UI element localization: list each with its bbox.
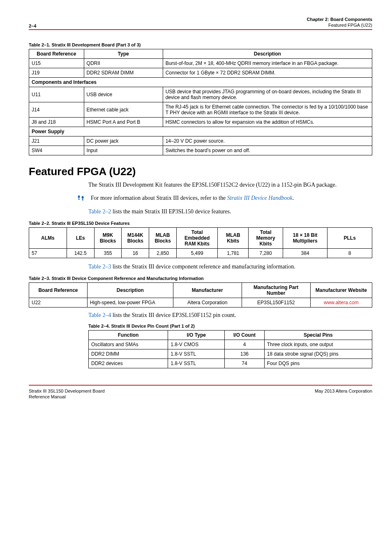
intro-text: lists the Stratix III device EP3SL150F11… xyxy=(111,312,236,318)
cell-desc: The RJ-45 jack is for Ethernet cable con… xyxy=(163,102,372,117)
table-2-4-link[interactable]: Table 2–4 xyxy=(88,312,111,318)
section-label: Components and Interfaces xyxy=(29,77,372,87)
cell-desc: 14–20 V DC power source. xyxy=(163,136,372,146)
col-website: Manufacturer Website xyxy=(310,283,372,298)
table-2-2-caption: Table 2–2. Stratix III EP3SL150 Device F… xyxy=(29,221,372,226)
cell: 384 xyxy=(283,249,327,258)
col-m144k: M144K Blocks xyxy=(122,228,149,249)
cell-sp: Three clock inputs, one output xyxy=(264,340,372,349)
intro-text: lists the main Stratix III EP3SL150 devi… xyxy=(111,208,231,215)
table-row: SW4 Input Switches the board's power on … xyxy=(29,146,372,155)
cell-sp: Four DQS pins xyxy=(264,359,372,368)
cell-io: 1.8-V SSTL xyxy=(168,359,225,368)
table-2-2: ALMs LEs M9K Blocks M144K Blocks MLAB Bl… xyxy=(29,227,372,258)
cell-type: Input xyxy=(84,146,163,155)
cell-type: QDRII xyxy=(84,58,163,68)
page-number: 2–4 xyxy=(29,23,36,28)
table-header-row: ALMs LEs M9K Blocks M144K Blocks MLAB Bl… xyxy=(29,228,372,249)
table-2-1-caption: Table 2–1. Stratix III Development Board… xyxy=(29,42,372,47)
cell-ref: J8 and J18 xyxy=(29,117,84,127)
cell-type: DC power jack xyxy=(84,136,163,146)
cell-cnt: 74 xyxy=(225,359,265,368)
chapter-title: Chapter 2: Board Components xyxy=(307,16,372,22)
cell-fn: DDR2 DIMM xyxy=(89,349,168,359)
cell: 7,280 xyxy=(249,249,283,258)
page-header: 2–4 Chapter 2: Board Components Featured… xyxy=(29,16,372,28)
cell-ref: J19 xyxy=(29,68,84,77)
table-2-3-link[interactable]: Table 2–3 xyxy=(88,264,111,270)
manufacturer-website-link[interactable]: www.altera.com xyxy=(310,298,372,308)
col-les: LEs xyxy=(67,228,94,249)
footsteps-icon xyxy=(77,195,85,202)
table-row: U11 USB device USB device that provides … xyxy=(29,87,372,102)
section-row-power: Power Supply xyxy=(29,127,372,136)
handbook-reference-text: For more information about Stratix III d… xyxy=(91,194,294,202)
cell-desc: USB device that provides JTAG programmin… xyxy=(163,87,372,102)
table-row: U15 QDRII Burst-of-four, 2M × 18, 400-MH… xyxy=(29,58,372,68)
cell-type: HSMC Port A and Port B xyxy=(84,117,163,127)
handbook-link[interactable]: Stratix III Device Handbook xyxy=(227,195,293,201)
cell: 142.5 xyxy=(67,249,94,258)
footer-rule xyxy=(29,385,372,386)
cell-cnt: 4 xyxy=(225,340,265,349)
svg-point-0 xyxy=(78,196,80,199)
table-2-4-caption: Table 2–4. Stratix III Device Pin Count … xyxy=(88,324,372,328)
table-row: J19 DDR2 SDRAM DIMM Connector for 1 GByt… xyxy=(29,68,372,77)
table-row: J14 Ethernet cable jack The RJ-45 jack i… xyxy=(29,102,372,117)
cell-io: 1.8-V CMOS xyxy=(168,340,225,349)
cell-desc: Connector for 1 GByte × 72 DDR2 SDRAM DI… xyxy=(163,68,372,77)
ref-pre: For more information about Stratix III d… xyxy=(91,195,227,201)
col-description: Description xyxy=(87,283,173,298)
cell-cnt: 136 xyxy=(225,349,265,359)
cell-desc: HSMC connectors to allow for expansion v… xyxy=(163,117,372,127)
col-part-number: Manufacturing Part Number xyxy=(242,283,310,298)
col-m9k: M9K Blocks xyxy=(94,228,122,249)
cell: 16 xyxy=(122,249,149,258)
svg-point-2 xyxy=(82,196,84,199)
col-total-mem: Total Memory Kbits xyxy=(249,228,283,249)
col-manufacturer: Manufacturer xyxy=(173,283,242,298)
table-row: J8 and J18 HSMC Port A and Port B HSMC c… xyxy=(29,117,372,127)
cell: 57 xyxy=(29,249,67,258)
cell-mfr: Altera Corporation xyxy=(173,298,242,308)
table-2-1: Board Reference Type Description U15 QDR… xyxy=(29,49,372,155)
chapter-subtitle: Featured FPGA (U22) xyxy=(307,22,372,28)
header-rule xyxy=(29,29,372,30)
svg-point-3 xyxy=(82,199,83,201)
cell-type: DDR2 SDRAM DIMM xyxy=(84,68,163,77)
table-2-2-link[interactable]: Table 2–2 xyxy=(88,208,111,215)
table-row: DDR2 devices 1.8-V SSTL 74 Four DQS pins xyxy=(89,359,372,368)
table-row: J21 DC power jack 14–20 V DC power sourc… xyxy=(29,136,372,146)
col-io-type: I/O Type xyxy=(168,331,225,340)
cell: 1,781 xyxy=(218,249,249,258)
col-board-reference: Board Reference xyxy=(29,49,84,58)
ref-post: . xyxy=(293,195,294,201)
cell: 355 xyxy=(94,249,122,258)
footer-doc-title: Stratix III 3SL150 Development Board xyxy=(29,388,105,394)
featured-fpga-heading: Featured FPGA (U22) xyxy=(29,165,372,178)
cell-sp: 18 data strobe signal (DQS) pins xyxy=(264,349,372,359)
cell-fn: DDR2 devices xyxy=(89,359,168,368)
cell-ref: SW4 xyxy=(29,146,84,155)
col-description: Description xyxy=(163,49,372,58)
cell: 2,850 xyxy=(149,249,177,258)
table-2-4: Function I/O Type I/O Count Special Pins… xyxy=(88,330,372,368)
table-header-row: Board Reference Type Description xyxy=(29,49,372,58)
col-mlab-kbits: MLAB Kbits xyxy=(218,228,249,249)
intro-text: lists the Stratix III device component r… xyxy=(111,264,295,270)
cell-ref: U22 xyxy=(29,298,88,308)
page-footer: Stratix III 3SL150 Development Board Ref… xyxy=(29,388,372,400)
table-header-row: Function I/O Type I/O Count Special Pins xyxy=(89,331,372,340)
cell-ref: U15 xyxy=(29,58,84,68)
svg-point-1 xyxy=(78,199,80,200)
cell-type: Ethernet cable jack xyxy=(84,102,163,117)
cell-ref: J21 xyxy=(29,136,84,146)
col-board-ref: Board Reference xyxy=(29,283,88,298)
col-plls: PLLs xyxy=(327,228,372,249)
col-special-pins: Special Pins xyxy=(264,331,372,340)
col-io-count: I/O Count xyxy=(225,331,265,340)
col-alms: ALMs xyxy=(29,228,67,249)
cell-type: USB device xyxy=(84,87,163,102)
table-row: 57 142.5 355 16 2,850 5,499 1,781 7,280 … xyxy=(29,249,372,258)
featured-paragraph-1: The Stratix III Development Kit features… xyxy=(88,181,372,189)
